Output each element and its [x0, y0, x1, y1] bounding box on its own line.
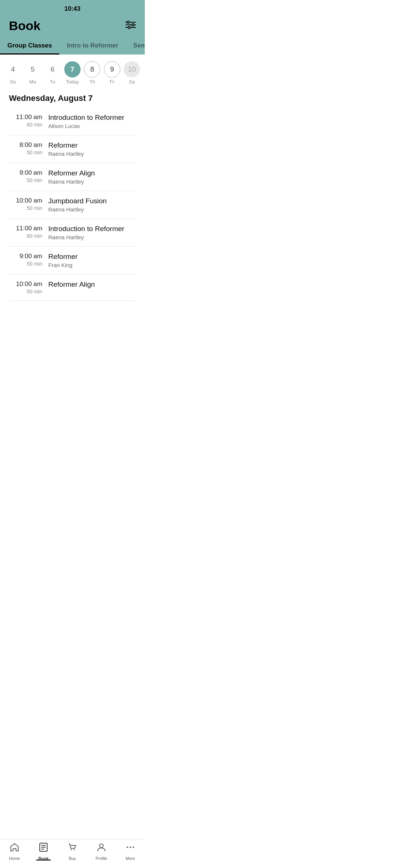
filter-icon[interactable]	[125, 21, 136, 36]
class-time-main: 9:00 am	[9, 169, 42, 177]
class-time-main: 11:00 am	[9, 114, 42, 121]
class-time-block: 9:00 am50 min	[9, 169, 42, 183]
calendar-row: 4Su5Mo6Tu7Today8Th9Fr10Sa	[0, 55, 145, 88]
class-name: Reformer Align	[48, 280, 136, 289]
class-time-block: 11:00 am60 min	[9, 225, 42, 239]
class-time-main: 10:00 am	[9, 197, 42, 204]
class-duration: 50 min	[9, 289, 42, 295]
day-label-9: Fr	[110, 79, 114, 85]
class-item[interactable]: 9:00 am50 minReformer AlignRaena Hartley	[9, 163, 136, 191]
class-instructor: Raena Hartley	[48, 178, 136, 185]
day-number-8: 8	[84, 61, 100, 78]
class-instructor: Fran King	[48, 262, 136, 268]
calendar-day-4[interactable]: 4Su	[5, 61, 21, 85]
day-number-9: 9	[104, 61, 120, 78]
class-name: Reformer	[48, 141, 136, 149]
day-number-4: 4	[5, 61, 21, 78]
class-item[interactable]: 9:00 am50 minReformerFran King	[9, 247, 136, 274]
svg-point-4	[132, 24, 134, 26]
class-time-block: 11:00 am60 min	[9, 114, 42, 128]
class-time-block: 9:00 am50 min	[9, 253, 42, 267]
class-item[interactable]: 11:00 am60 minIntroduction to ReformerAl…	[9, 108, 136, 135]
calendar-day-6[interactable]: 6Tu	[45, 61, 61, 85]
calendar-day-9[interactable]: 9Fr	[104, 61, 120, 85]
tabs-bar: Group Classes Intro to Reformer Semi-Pri…	[0, 38, 145, 55]
page-title: Book	[9, 19, 40, 38]
status-bar: 10:43	[0, 0, 145, 15]
class-duration: 60 min	[9, 233, 42, 239]
class-item[interactable]: 10:00 am50 minReformer Align	[9, 274, 136, 301]
class-name: Jumpboard Fusion	[48, 197, 136, 205]
class-duration: 50 min	[9, 261, 42, 267]
content-area: 4Su5Mo6Tu7Today8Th9Fr10Sa Wednesday, Aug…	[0, 55, 145, 334]
class-time-main: 8:00 am	[9, 141, 42, 149]
class-duration: 50 min	[9, 177, 42, 183]
class-info-block: Reformer Align	[48, 280, 136, 290]
day-label-6: Tu	[50, 79, 55, 85]
class-duration: 50 min	[9, 149, 42, 155]
class-item[interactable]: 8:00 am50 minReformerRaena Hartley	[9, 135, 136, 163]
class-name: Reformer	[48, 253, 136, 261]
class-info-block: Jumpboard FusionRaena Hartley	[48, 197, 136, 213]
class-duration: 60 min	[9, 122, 42, 128]
class-info-block: Reformer AlignRaena Hartley	[48, 169, 136, 185]
calendar-day-7[interactable]: 7Today	[64, 61, 81, 85]
class-time-block: 10:00 am50 min	[9, 197, 42, 211]
day-number-5: 5	[25, 61, 41, 78]
svg-point-5	[128, 26, 130, 29]
day-label-4: Su	[10, 79, 16, 85]
class-info-block: ReformerFran King	[48, 253, 136, 268]
class-item[interactable]: 10:00 am50 minJumpboard FusionRaena Hart…	[9, 191, 136, 219]
day-label-5: Mo	[29, 79, 36, 85]
calendar-day-8[interactable]: 8Th	[84, 61, 100, 85]
class-duration: 50 min	[9, 205, 42, 211]
tab-semi-private[interactable]: Semi-Private	[126, 38, 145, 55]
header: Book	[0, 15, 145, 38]
class-info-block: Introduction to ReformerRaena Hartley	[48, 225, 136, 240]
class-time-main: 9:00 am	[9, 253, 42, 260]
day-number-7: 7	[64, 61, 81, 78]
class-item[interactable]: 11:00 am60 minIntroduction to ReformerRa…	[9, 219, 136, 247]
class-instructor: Raena Hartley	[48, 206, 136, 213]
class-instructor: Alison Lucas	[48, 123, 136, 129]
class-time-block: 10:00 am50 min	[9, 280, 42, 295]
day-label-7: Today	[66, 79, 79, 85]
tab-intro-reformer[interactable]: Intro to Reformer	[59, 38, 126, 55]
svg-point-3	[127, 21, 129, 23]
day-label-10: Sa	[129, 79, 135, 85]
tab-group-classes[interactable]: Group Classes	[0, 38, 59, 55]
class-time-main: 10:00 am	[9, 280, 42, 288]
class-info-block: ReformerRaena Hartley	[48, 141, 136, 157]
time-display: 10:43	[64, 5, 80, 12]
day-number-10: 10	[124, 61, 140, 78]
date-heading: Wednesday, August 7	[0, 88, 145, 108]
class-info-block: Introduction to ReformerAlison Lucas	[48, 114, 136, 129]
class-instructor: Raena Hartley	[48, 234, 136, 240]
calendar-day-10[interactable]: 10Sa	[124, 61, 140, 85]
class-time-main: 11:00 am	[9, 225, 42, 232]
day-number-6: 6	[45, 61, 61, 78]
class-list: 11:00 am60 minIntroduction to ReformerAl…	[0, 108, 145, 301]
class-time-block: 8:00 am50 min	[9, 141, 42, 155]
class-name: Introduction to Reformer	[48, 114, 136, 122]
class-instructor: Raena Hartley	[48, 151, 136, 157]
class-name: Reformer Align	[48, 169, 136, 177]
class-name: Introduction to Reformer	[48, 225, 136, 233]
day-label-8: Th	[89, 79, 95, 85]
calendar-day-5[interactable]: 5Mo	[25, 61, 41, 85]
